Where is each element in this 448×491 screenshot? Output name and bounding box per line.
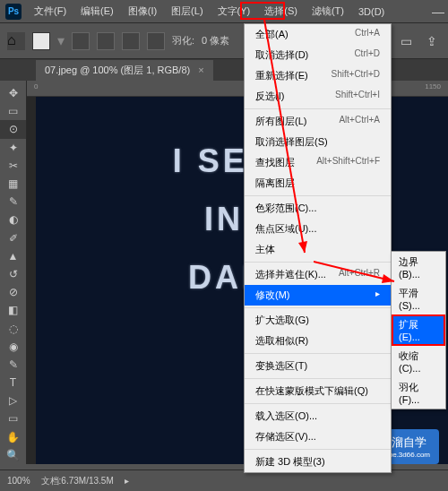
mode-icon-3[interactable] xyxy=(122,32,140,50)
wand-tool[interactable]: ✦ xyxy=(0,139,26,157)
zoom-level[interactable]: 100% xyxy=(7,476,30,486)
share-icon[interactable]: ⇪ xyxy=(423,34,441,48)
lasso-tool[interactable]: ⊙ xyxy=(0,120,26,138)
mode-icon-2[interactable] xyxy=(97,32,115,50)
shape-tool[interactable]: ▭ xyxy=(0,409,26,427)
menu-item[interactable]: 修改(M) xyxy=(245,285,391,306)
mode-icon-1[interactable] xyxy=(72,32,90,50)
menu-item[interactable]: 查找图层Alt+Shift+Ctrl+F xyxy=(245,152,391,173)
minimize-icon[interactable]: — xyxy=(428,4,448,19)
menu-edit[interactable]: 编辑(E) xyxy=(73,1,121,22)
heal-tool[interactable]: ◐ xyxy=(0,211,26,228)
close-tab-icon[interactable]: × xyxy=(198,65,203,75)
eyedropper-tool[interactable]: ✎ xyxy=(0,193,26,211)
menu-item[interactable]: 取消选择(D)Ctrl+D xyxy=(245,45,391,65)
dodge-tool[interactable]: ◉ xyxy=(0,338,26,356)
menu-item[interactable]: 重新选择(E)Shift+Ctrl+D xyxy=(245,65,391,86)
pen-tool[interactable]: ✎ xyxy=(0,356,26,374)
tools-panel: ✥ ▭ ⊙ ✦ ✂ ▦ ✎ ◐ ✐ ▲ ↺ ⊘ ◧ ◌ ◉ ✎ T ▷ ▭ ✋ … xyxy=(0,81,27,464)
submenu-item[interactable]: 收缩(C)... xyxy=(392,346,445,377)
submenu-item[interactable]: 边界(B)... xyxy=(392,252,445,283)
menu-item[interactable]: 选择并遮住(K)...Alt+Ctrl+R xyxy=(245,264,391,285)
document-tab[interactable]: 07.jpeg @ 100% (图层 1, RGB/8) × xyxy=(36,60,213,81)
menu-item[interactable]: 反选(I)Shift+Ctrl+I xyxy=(245,86,391,107)
submenu-item[interactable]: 平滑(S)... xyxy=(392,283,445,314)
menu-item[interactable]: 色彩范围(C)... xyxy=(245,198,391,219)
document-tab-title: 07.jpeg @ 100% (图层 1, RGB/8) xyxy=(45,65,190,75)
menu-item[interactable]: 取消选择图层(S) xyxy=(245,132,391,152)
zoom-tool[interactable]: 🔍 xyxy=(0,446,26,464)
menu-3d[interactable]: 3D(D) xyxy=(351,3,392,21)
modify-submenu: 边界(B)...平滑(S)...扩展(E)...收缩(C)...羽化(F)... xyxy=(391,251,446,409)
menu-item[interactable]: 隔离图层 xyxy=(245,173,391,194)
tool-home-icon[interactable]: ⌂ xyxy=(7,32,25,50)
menu-item[interactable]: 载入选区(O)... xyxy=(245,406,391,426)
crop-tool[interactable]: ✂ xyxy=(0,157,26,175)
menu-item[interactable]: 新建 3D 模型(3) xyxy=(245,452,391,472)
marquee-tool[interactable]: ▭ xyxy=(0,102,26,120)
menu-item[interactable]: 存储选区(V)... xyxy=(245,426,391,447)
menu-item[interactable]: 焦点区域(U)... xyxy=(245,219,391,239)
menu-filter[interactable]: 滤镜(T) xyxy=(305,1,351,22)
menu-file[interactable]: 文件(F) xyxy=(27,1,73,22)
menu-image[interactable]: 图像(I) xyxy=(121,1,164,22)
menu-item[interactable]: 所有图层(L)Alt+Ctrl+A xyxy=(245,111,391,132)
menubar: Ps 文件(F) 编辑(E) 图像(I) 图层(L) 文字(Y) 选择(S) 滤… xyxy=(0,0,448,23)
marquee-icon[interactable] xyxy=(32,32,50,50)
select-menu-dropdown: 全部(A)Ctrl+A取消选择(D)Ctrl+D重新选择(E)Shift+Ctr… xyxy=(244,23,392,473)
menu-item[interactable]: 主体 xyxy=(245,239,391,260)
submenu-item[interactable]: 羽化(F)... xyxy=(392,377,445,409)
brush-tool[interactable]: ✐ xyxy=(0,229,26,247)
move-tool[interactable]: ✥ xyxy=(0,84,26,102)
menu-item[interactable]: 变换选区(T) xyxy=(245,356,391,376)
menu-item[interactable]: 选取相似(R) xyxy=(245,331,391,351)
frame-tool[interactable]: ▦ xyxy=(0,175,26,193)
menu-item[interactable]: 全部(A)Ctrl+A xyxy=(245,24,391,45)
history-brush-tool[interactable]: ↺ xyxy=(0,265,26,283)
path-tool[interactable]: ▷ xyxy=(0,392,26,409)
gradient-tool[interactable]: ◧ xyxy=(0,301,26,319)
menu-item[interactable]: 在快速蒙版模式下编辑(Q) xyxy=(245,381,391,401)
feather-label: 羽化: xyxy=(172,34,194,47)
feather-value[interactable]: 0 像素 xyxy=(202,34,229,47)
menu-item[interactable]: 扩大选取(G) xyxy=(245,310,391,331)
screen-mode-icon[interactable]: ▭ xyxy=(397,34,416,48)
eraser-tool[interactable]: ⊘ xyxy=(0,283,26,301)
hand-tool[interactable]: ✋ xyxy=(0,428,26,446)
menu-select[interactable]: 选择(S) xyxy=(257,1,305,22)
mode-icon-4[interactable] xyxy=(147,32,165,50)
type-tool[interactable]: T xyxy=(0,374,26,392)
ps-logo: Ps xyxy=(5,4,22,20)
doc-info: 文档:6.73M/13.5M xyxy=(41,475,114,487)
submenu-item[interactable]: 扩展(E)... xyxy=(392,314,445,346)
menu-type[interactable]: 文字(Y) xyxy=(211,1,258,22)
stamp-tool[interactable]: ▲ xyxy=(0,247,26,265)
menu-layer[interactable]: 图层(L) xyxy=(164,1,210,22)
blur-tool[interactable]: ◌ xyxy=(0,319,26,337)
doc-info-arrow-icon[interactable]: ▸ xyxy=(125,476,129,486)
